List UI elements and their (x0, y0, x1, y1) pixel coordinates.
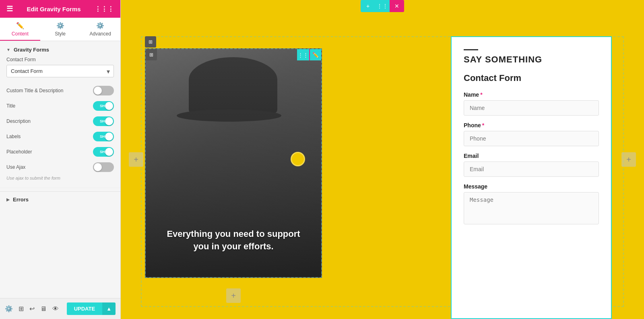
say-something-heading: SAY SOMETHING (464, 54, 599, 65)
name-field-label: Name * (464, 91, 599, 98)
tab-advanced[interactable]: ⚙️ Advanced (80, 18, 120, 41)
hamburger-icon[interactable]: ☰ (6, 4, 13, 13)
tab-content-label: Content (12, 31, 29, 37)
placeholder-toggle-row: Placeholder SHOW (0, 144, 120, 160)
left-column: ⊞ ⊞ ⋮⋮ ✕ ✏️ E (145, 36, 322, 319)
errors-header[interactable]: ▶ Errors (6, 197, 114, 203)
contact-form-select-wrapper: Contact Form (6, 65, 114, 77)
custom-title-toggle[interactable]: NO (93, 86, 114, 95)
add-left-button[interactable]: + (129, 152, 143, 167)
image-card-grid-button[interactable]: ⋮⋮ (297, 49, 309, 60)
panel-title: Edit Gravity Forms (27, 6, 80, 12)
style-icon: ⚙️ (56, 22, 64, 29)
labels-label: Labels (6, 134, 21, 139)
layers-icon[interactable]: ⊞ (19, 305, 24, 313)
phone-required-star: * (482, 122, 484, 128)
message-field-label: Message (464, 183, 599, 190)
form-title: Contact Form (464, 73, 599, 83)
placeholder-toggle[interactable]: SHOW (93, 147, 114, 157)
placeholder-thumb (105, 148, 113, 156)
left-panel: ☰ Edit Gravity Forms ⋮⋮⋮ ✏️ Content ⚙️ S… (0, 0, 121, 319)
left-col-handle[interactable]: ⊞ (145, 36, 156, 48)
title-toggle-row: Title SHOW (0, 98, 120, 114)
errors-label: Errors (13, 197, 29, 203)
advanced-icon: ⚙️ (96, 22, 104, 29)
float-plus-button[interactable]: + (361, 0, 375, 12)
contact-form-label: Contact Form (6, 57, 114, 62)
update-btn-group: UPDATE ▲ (67, 302, 116, 315)
content-icon: ✏️ (16, 22, 24, 29)
custom-title-label: Custom Title & Description (6, 88, 63, 93)
use-ajax-toggle-row: Use Ajax NO (0, 160, 120, 175)
float-grid-button[interactable]: ⋮⋮ (375, 0, 390, 12)
message-textarea[interactable] (464, 192, 599, 224)
tab-style[interactable]: ⚙️ Style (40, 18, 80, 41)
email-field-label: Email (464, 153, 599, 159)
footer-icons: ⚙️ ⊞ ↩ 🖥 👁 (5, 305, 59, 313)
contact-form-select[interactable]: Contact Form (6, 65, 114, 77)
title-label: Title (6, 103, 15, 109)
email-input[interactable] (464, 162, 599, 177)
phone-input[interactable] (464, 131, 599, 146)
title-toggle[interactable]: SHOW (93, 101, 114, 111)
tab-advanced-label: Advanced (89, 31, 111, 37)
phone-field-label: Phone * (464, 122, 599, 128)
add-bottom-button[interactable]: + (226, 288, 241, 303)
message-label-text: Message (464, 183, 487, 190)
description-toggle-row: Description SHOW (0, 114, 120, 129)
description-label: Description (6, 118, 31, 124)
section-arrow: ▼ (6, 48, 10, 52)
panel-header: ☰ Edit Gravity Forms ⋮⋮⋮ (0, 0, 120, 18)
phone-field-group: Phone * (464, 122, 599, 146)
gravity-forms-section[interactable]: ▼ Gravity Forms (0, 41, 120, 57)
ajax-note: Use ajax to submit the form (0, 175, 120, 184)
panel-body: ▼ Gravity Forms Contact Form Contact For… (0, 41, 120, 298)
name-field-group: Name * (464, 91, 599, 116)
image-overlay-text: Everything you need to support you in yo… (158, 228, 309, 253)
name-input[interactable] (464, 100, 599, 116)
tab-content[interactable]: ✏️ Content (0, 18, 40, 41)
errors-arrow: ▶ (6, 197, 10, 202)
use-ajax-toggle[interactable]: NO (93, 162, 114, 172)
image-card-handle[interactable]: ⊞ (146, 49, 157, 60)
labels-toggle-row: Labels SHOW (0, 129, 120, 144)
top-float-bar: + ⋮⋮ ✕ (361, 0, 404, 12)
custom-title-toggle-row: Custom Title & Description NO (0, 83, 120, 98)
pencil-edit-icon[interactable]: ✏️ (310, 49, 321, 60)
float-close-button[interactable]: ✕ (390, 0, 404, 12)
use-ajax-thumb (94, 163, 102, 171)
title-thumb (105, 102, 113, 110)
email-label-text: Email (464, 153, 479, 159)
description-toggle[interactable]: SHOW (93, 116, 114, 126)
desktop-icon[interactable]: 🖥 (40, 305, 47, 313)
update-button[interactable]: UPDATE (67, 302, 102, 315)
labels-thumb (105, 133, 113, 141)
contact-form-panel: SAY SOMETHING Contact Form Name * Phone … (451, 36, 612, 319)
custom-title-thumb (94, 87, 102, 95)
undo-icon[interactable]: ↩ (29, 305, 35, 313)
grid-icon[interactable]: ⋮⋮⋮ (95, 5, 114, 13)
email-field-group: Email (464, 153, 599, 177)
section-title: Gravity Forms (14, 47, 49, 53)
say-something-bar (464, 49, 478, 50)
panel-tabs: ✏️ Content ⚙️ Style ⚙️ Advanced (0, 18, 120, 41)
update-dropdown-button[interactable]: ▲ (102, 302, 116, 315)
contact-form-field: Contact Form Contact Form (0, 57, 120, 83)
eye-icon[interactable]: 👁 (52, 305, 59, 313)
labels-toggle[interactable]: SHOW (93, 132, 114, 141)
message-field-group: Message (464, 183, 599, 226)
image-card: ⊞ ⋮⋮ ✕ ✏️ Everything you n (145, 48, 322, 278)
description-thumb (105, 117, 113, 125)
panel-footer: ⚙️ ⊞ ↩ 🖥 👁 UPDATE ▲ (0, 298, 120, 319)
name-required-star: * (480, 91, 482, 98)
main-content: + ⋮⋮ ✕ + + ⊞ ⊞ ⋮⋮ ✕ (121, 0, 644, 319)
settings-icon[interactable]: ⚙️ (5, 305, 13, 313)
name-label-text: Name (464, 91, 479, 98)
placeholder-label: Placeholder (6, 149, 32, 155)
add-right-button[interactable]: + (621, 152, 636, 167)
separator (0, 188, 120, 188)
tab-style-label: Style (55, 31, 66, 37)
errors-section: ▶ Errors (0, 191, 120, 207)
cursor-dot (291, 152, 305, 166)
use-ajax-label: Use Ajax (6, 164, 25, 170)
